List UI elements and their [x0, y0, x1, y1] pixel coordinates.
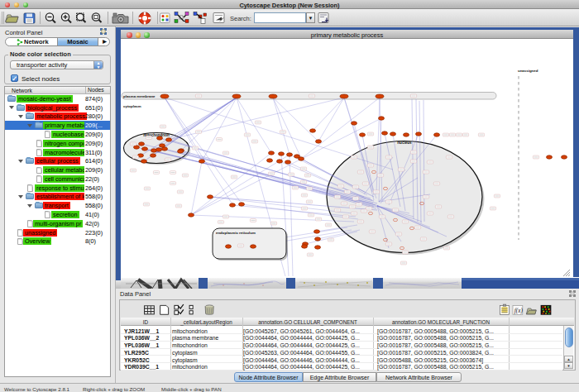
svg-text:f(x): f(x)	[514, 308, 524, 314]
svg-text:unassigned: unassigned	[518, 69, 538, 73]
svg-text:cytoplasm: cytoplasm	[123, 104, 141, 108]
svg-text:nucleus: nucleus	[397, 141, 412, 145]
svg-text:endoplasmic reticulum: endoplasmic reticulum	[216, 231, 256, 235]
svg-text:plasma membrane: plasma membrane	[123, 94, 156, 98]
